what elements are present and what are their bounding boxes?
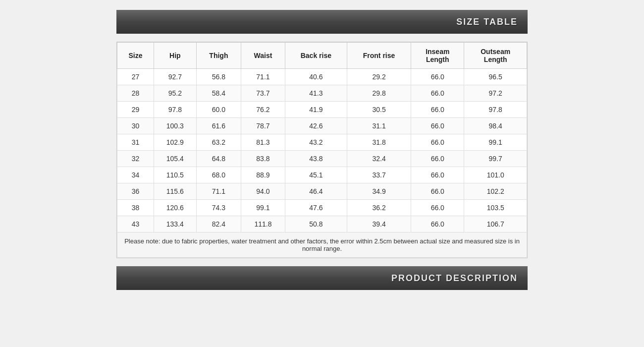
size-table-container: SizeHipThighWaistBack riseFront riseInse… [116,42,528,258]
cell-3-3: 78.7 [241,118,285,134]
cell-0-6: 66.0 [411,69,464,85]
cell-8-5: 36.2 [347,200,411,216]
cell-6-1: 110.5 [154,167,197,183]
table-row: 32105.464.883.843.832.466.099.7 [117,151,527,167]
cell-8-7: 103.5 [464,200,527,216]
cell-4-1: 102.9 [154,134,197,151]
cell-6-0: 34 [117,167,154,183]
cell-5-7: 99.7 [464,151,527,167]
cell-6-5: 33.7 [347,167,411,183]
cell-6-7: 101.0 [464,167,527,183]
cell-1-4: 41.3 [285,85,347,102]
cell-4-2: 63.2 [196,134,241,151]
cell-6-6: 66.0 [411,167,464,183]
cell-1-1: 95.2 [154,85,197,102]
cell-4-0: 31 [117,134,154,151]
cell-4-4: 43.2 [285,134,347,151]
col-header-size: Size [117,43,154,69]
cell-9-2: 82.4 [196,216,241,232]
size-table-header: SIZE TABLE [116,10,528,34]
col-header-waist: Waist [241,43,285,69]
cell-8-4: 47.6 [285,200,347,216]
cell-2-1: 97.8 [154,102,197,118]
cell-7-3: 94.0 [241,183,285,200]
cell-1-7: 97.2 [464,85,527,102]
product-description-header: PRODUCT DESCRIPTION [116,266,528,290]
col-header-outseam-length: OutseamLength [464,43,527,69]
cell-3-2: 61.6 [196,118,241,134]
cell-7-1: 115.6 [154,183,197,200]
cell-9-7: 106.7 [464,216,527,232]
cell-0-2: 56.8 [196,69,241,85]
col-header-front-rise: Front rise [347,43,411,69]
col-header-thigh: Thigh [196,43,241,69]
cell-5-1: 105.4 [154,151,197,167]
cell-7-4: 46.4 [285,183,347,200]
cell-5-5: 32.4 [347,151,411,167]
size-table: SizeHipThighWaistBack riseFront riseInse… [117,42,527,258]
cell-7-0: 36 [117,183,154,200]
cell-9-0: 43 [117,216,154,232]
cell-8-0: 38 [117,200,154,216]
note-text: Please note: due to fabric properties, w… [117,232,527,258]
cell-0-7: 96.5 [464,69,527,85]
cell-9-5: 39.4 [347,216,411,232]
size-table-title: SIZE TABLE [456,17,518,27]
cell-4-7: 99.1 [464,134,527,151]
cell-2-3: 76.2 [241,102,285,118]
cell-0-3: 71.1 [241,69,285,85]
cell-9-1: 133.4 [154,216,197,232]
table-row: 43133.482.4111.850.839.466.0106.7 [117,216,527,232]
cell-0-5: 29.2 [347,69,411,85]
cell-3-4: 42.6 [285,118,347,134]
cell-2-5: 30.5 [347,102,411,118]
cell-6-3: 88.9 [241,167,285,183]
cell-2-4: 41.9 [285,102,347,118]
product-description-title: PRODUCT DESCRIPTION [391,273,518,284]
cell-3-1: 100.3 [154,118,197,134]
cell-8-2: 74.3 [196,200,241,216]
cell-1-6: 66.0 [411,85,464,102]
cell-4-5: 31.8 [347,134,411,151]
cell-0-0: 27 [117,69,154,85]
cell-0-4: 40.6 [285,69,347,85]
cell-1-0: 28 [117,85,154,102]
cell-7-6: 66.0 [411,183,464,200]
col-header-back-rise: Back rise [285,43,347,69]
cell-5-0: 32 [117,151,154,167]
cell-5-6: 66.0 [411,151,464,167]
table-header-row: SizeHipThighWaistBack riseFront riseInse… [117,43,527,69]
cell-6-4: 45.1 [285,167,347,183]
cell-4-6: 66.0 [411,134,464,151]
cell-5-4: 43.8 [285,151,347,167]
col-header-inseam-length: InseamLength [411,43,464,69]
cell-4-3: 81.3 [241,134,285,151]
cell-8-3: 99.1 [241,200,285,216]
cell-7-5: 34.9 [347,183,411,200]
table-row: 36115.671.194.046.434.966.0102.2 [117,183,527,200]
cell-0-1: 92.7 [154,69,197,85]
cell-3-0: 30 [117,118,154,134]
cell-9-3: 111.8 [241,216,285,232]
table-row: 34110.568.088.945.133.766.0101.0 [117,167,527,183]
cell-1-2: 58.4 [196,85,241,102]
cell-2-6: 66.0 [411,102,464,118]
cell-2-2: 60.0 [196,102,241,118]
cell-9-6: 66.0 [411,216,464,232]
table-row: 38120.674.399.147.636.266.0103.5 [117,200,527,216]
cell-2-7: 97.8 [464,102,527,118]
table-row: 2792.756.871.140.629.266.096.5 [117,69,527,85]
table-row: 2997.860.076.241.930.566.097.8 [117,102,527,118]
cell-3-5: 31.1 [347,118,411,134]
table-row: 30100.361.678.742.631.166.098.4 [117,118,527,134]
cell-7-7: 102.2 [464,183,527,200]
cell-6-2: 68.0 [196,167,241,183]
cell-8-1: 120.6 [154,200,197,216]
cell-1-3: 73.7 [241,85,285,102]
cell-3-7: 98.4 [464,118,527,134]
cell-2-0: 29 [117,102,154,118]
cell-7-2: 71.1 [196,183,241,200]
cell-5-3: 83.8 [241,151,285,167]
col-header-hip: Hip [154,43,197,69]
cell-3-6: 66.0 [411,118,464,134]
